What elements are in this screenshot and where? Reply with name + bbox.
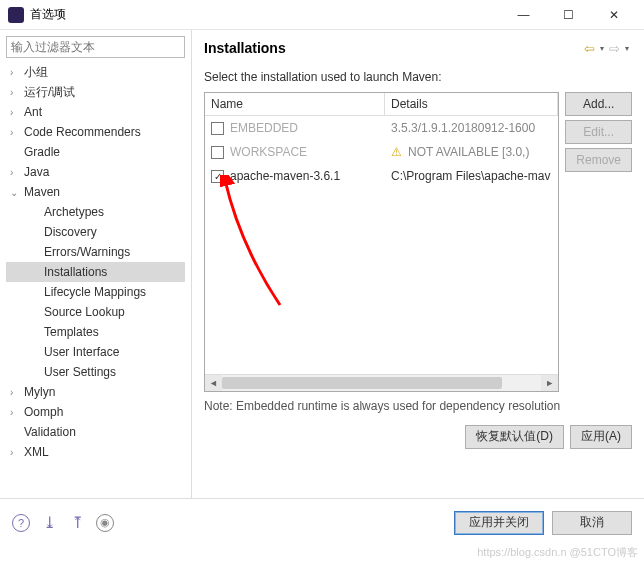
add-button[interactable]: Add...	[565, 92, 632, 116]
table-row[interactable]: ✓apache-maven-3.6.1 C:\Program Files\apa…	[205, 164, 558, 188]
minimize-button[interactable]: —	[501, 0, 546, 30]
tree-item[interactable]: ›Ant	[6, 102, 185, 122]
chevron-right-icon: ›	[10, 387, 24, 398]
forward-icon[interactable]: ⇨	[607, 41, 622, 56]
chevron-down-icon: ⌄	[10, 187, 24, 198]
checkbox[interactable]	[211, 146, 224, 159]
col-details[interactable]: Details	[385, 93, 558, 115]
tree-item[interactable]: ›Mylyn	[6, 382, 185, 402]
tree-item[interactable]: ›运行/调试	[6, 82, 185, 102]
watermark: https://blog.csdn.n @51CTO博客	[477, 545, 638, 560]
import-icon[interactable]: ⤓	[40, 514, 58, 532]
col-name[interactable]: Name	[205, 93, 385, 115]
edit-button[interactable]: Edit...	[565, 120, 632, 144]
filter-input[interactable]	[6, 36, 185, 58]
checkbox-checked[interactable]: ✓	[211, 170, 224, 183]
tree-item[interactable]: Validation	[6, 422, 185, 442]
chevron-right-icon: ›	[10, 167, 24, 178]
apply-close-button[interactable]: 应用并关闭	[454, 511, 544, 535]
chevron-right-icon: ›	[10, 67, 24, 78]
warning-icon: ⚠	[391, 145, 402, 159]
tree-item[interactable]: Archetypes	[6, 202, 185, 222]
tree-item[interactable]: ›XML	[6, 442, 185, 462]
chevron-right-icon: ›	[10, 127, 24, 138]
dialog-footer: ? ⤓ ⤒ ◉ 应用并关闭 取消	[0, 498, 644, 546]
titlebar: 首选项 — ☐ ✕	[0, 0, 644, 30]
tree-item[interactable]: Lifecycle Mappings	[6, 282, 185, 302]
apply-button[interactable]: 应用(A)	[570, 425, 632, 449]
tree: ›小组 ›运行/调试 ›Ant ›Code Recommenders Gradl…	[6, 58, 185, 492]
remove-button[interactable]: Remove	[565, 148, 632, 172]
chevron-right-icon: ›	[10, 107, 24, 118]
dropdown-icon[interactable]: ▾	[622, 44, 632, 53]
panel-heading: Installations	[204, 40, 582, 56]
note-text: Note: Embedded runtime is always used fo…	[204, 398, 632, 415]
record-icon[interactable]: ◉	[96, 514, 114, 532]
tree-item[interactable]: ›Java	[6, 162, 185, 182]
window-title: 首选项	[30, 6, 501, 23]
cancel-button[interactable]: 取消	[552, 511, 632, 535]
help-icon[interactable]: ?	[12, 514, 30, 532]
restore-defaults-button[interactable]: 恢复默认值(D)	[465, 425, 564, 449]
dropdown-icon[interactable]: ▾	[597, 44, 607, 53]
checkbox[interactable]	[211, 122, 224, 135]
export-icon[interactable]: ⤒	[68, 514, 86, 532]
tree-item[interactable]: Templates	[6, 322, 185, 342]
tree-item[interactable]: Gradle	[6, 142, 185, 162]
tree-item[interactable]: Source Lookup	[6, 302, 185, 322]
sidebar: ›小组 ›运行/调试 ›Ant ›Code Recommenders Gradl…	[0, 30, 192, 498]
tree-item[interactable]: ›小组	[6, 62, 185, 82]
maximize-button[interactable]: ☐	[546, 0, 591, 30]
horizontal-scrollbar[interactable]: ◄ ►	[205, 374, 558, 391]
tree-item[interactable]: Discovery	[6, 222, 185, 242]
content-panel: Installations ⇦▾ ⇨▾ Select the installat…	[192, 30, 644, 498]
close-button[interactable]: ✕	[591, 0, 636, 30]
tree-item-installations[interactable]: Installations	[6, 262, 185, 282]
scroll-left-icon[interactable]: ◄	[205, 375, 222, 391]
scroll-right-icon[interactable]: ►	[541, 375, 558, 391]
tree-item-maven[interactable]: ⌄Maven	[6, 182, 185, 202]
tree-item[interactable]: ›Oomph	[6, 402, 185, 422]
tree-item[interactable]: User Settings	[6, 362, 185, 382]
tree-item[interactable]: Errors/Warnings	[6, 242, 185, 262]
installations-table: Name Details EMBEDDED 3.5.3/1.9.1.201809…	[204, 92, 559, 392]
back-icon[interactable]: ⇦	[582, 41, 597, 56]
eclipse-icon	[8, 7, 24, 23]
chevron-right-icon: ›	[10, 87, 24, 98]
chevron-right-icon: ›	[10, 447, 24, 458]
scroll-thumb[interactable]	[222, 377, 502, 389]
table-row[interactable]: WORKSPACE ⚠NOT AVAILABLE [3.0,)	[205, 140, 558, 164]
tree-item[interactable]: User Interface	[6, 342, 185, 362]
panel-desc: Select the installation used to launch M…	[204, 70, 632, 84]
chevron-right-icon: ›	[10, 407, 24, 418]
tree-item[interactable]: ›Code Recommenders	[6, 122, 185, 142]
table-row[interactable]: EMBEDDED 3.5.3/1.9.1.20180912-1600	[205, 116, 558, 140]
